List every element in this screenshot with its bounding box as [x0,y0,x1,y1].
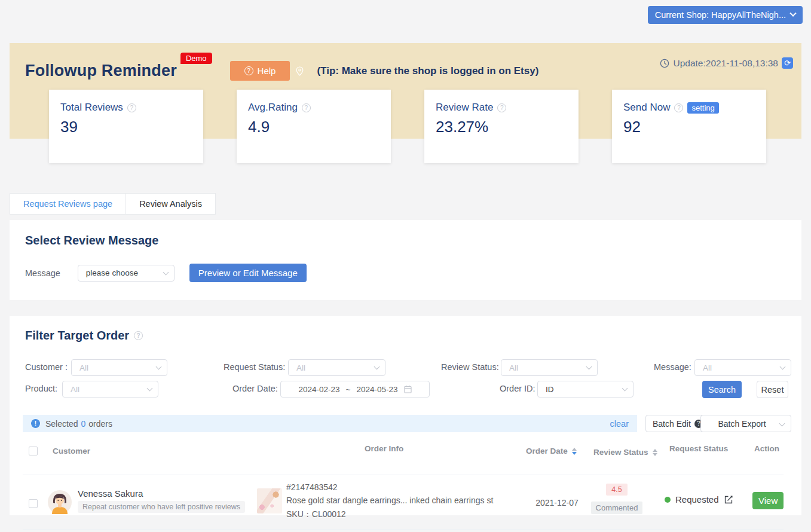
question-circle-icon[interactable]: ? [497,103,506,112]
info-icon: ! [31,419,40,428]
sort-icon[interactable] [572,448,577,455]
row-divider [23,530,784,530]
stat-value: 39 [60,118,203,136]
tab-request-reviews-page[interactable]: Request Reviews page [10,193,126,215]
update-timestamp: Update:2021-11-08,13:38 [673,58,778,69]
selected-text: Selected [45,419,78,429]
section-title: Filter Target Order [25,329,129,343]
current-shop-label: Current Shop: HappyAllTheNigh... [655,10,786,20]
chevron-down-icon [789,10,796,17]
order-date-cell: 2021-12-07 [522,498,592,507]
rating-cell: 4.5 [582,484,651,496]
stat-label: Review Rate [436,102,493,114]
question-circle-icon[interactable]: ? [127,103,136,112]
select-review-message-panel: Select Review Message Message please cho… [10,220,801,300]
selection-bar: ! Selected 0 orders clear [23,415,637,432]
review-status-badge: Commented [591,502,643,514]
tip-text: (Tip: Make sure the shop is logged in on… [317,65,538,77]
request-status-dropdown-value: All [296,363,305,372]
selected-count: 0 [81,419,85,429]
customer-dropdown-value: All [79,363,88,372]
column-header-order-info: Order Info [365,444,403,453]
refresh-icon[interactable]: ⟳ [782,57,793,69]
view-button[interactable]: View [752,492,784,509]
chevron-down-icon [147,386,153,392]
tab-bar: Request Reviews page Review Analysis [10,193,811,215]
setting-badge[interactable]: setting [687,102,718,114]
search-button[interactable]: Search [702,381,742,398]
request-status-label: Request Status: [224,362,285,372]
question-circle-icon[interactable]: ? [674,103,683,112]
stat-value: 23.27% [436,118,579,136]
sku-line: SKU：CL00012 [286,509,493,520]
stat-card-avg-rating: Avg.Rating ? 4.9 [237,90,391,163]
location-pin-icon [296,66,304,76]
product-label: Product: [25,384,57,393]
current-shop-button[interactable]: Current Shop: HappyAllTheNigh... [648,6,803,24]
filter-target-order-panel: Filter Target Order ? Customer : All Req… [10,316,801,515]
update-info: Update:2021-11-08,13:38 ⟳ [660,57,793,69]
review-status-dropdown-value: All [509,363,518,372]
question-circle-icon[interactable]: ? [134,331,143,340]
request-status-dropdown[interactable]: All [288,359,385,376]
date-from-value: 2024-02-23 [298,385,339,394]
customer-dropdown[interactable]: All [71,359,167,376]
message-dropdown[interactable]: please choose [78,265,175,282]
batch-export-label: Batch Export [718,419,766,429]
question-circle-icon[interactable]: ? [302,103,311,112]
order-info-cell: #2147483542 Rose gold star dangle earrin… [286,482,493,520]
order-date-range-picker[interactable]: 2024-02-23 ~ 2024-05-23 [280,381,430,398]
section-title: Select Review Message [25,234,801,247]
row-checkbox[interactable] [29,499,38,508]
stat-cards: Total Reviews ? 39 Avg.Rating ? 4.9 Revi… [49,90,766,163]
topbar: Current Shop: HappyAllTheNigh... [0,0,811,31]
product-dropdown-value: All [71,385,79,394]
product-dropdown[interactable]: All [62,381,158,398]
column-header-customer: Customer [53,447,90,455]
help-button-label: Help [258,66,276,76]
chevron-down-icon [374,364,380,370]
section-title-row: Filter Target Order ? [25,329,143,343]
order-id-dropdown[interactable]: ID [537,381,634,398]
stat-card-total-reviews: Total Reviews ? 39 [49,90,203,163]
preview-or-edit-message-button[interactable]: Preview or Edit Message [189,264,307,282]
column-header-review-status[interactable]: Review Status [593,448,657,457]
request-status-text: Requested [675,494,719,505]
page: Current Shop: HappyAllTheNigh... Followu… [0,0,811,532]
column-header-request-status: Request Status [669,444,728,453]
message-label: Message [25,268,60,278]
customer-name: Venessa Sakura [78,488,245,499]
stat-label: Avg.Rating [248,102,298,114]
stat-card-review-rate: Review Rate ? 23.27% [424,90,579,163]
chevron-down-icon [163,269,169,275]
column-header-order-date[interactable]: Order Date [526,447,577,455]
reset-button[interactable]: Reset [757,381,788,398]
stat-label: Send Now [623,102,670,114]
sku-value: CL00012 [312,509,346,519]
chevron-down-icon [156,364,162,370]
stat-label: Total Reviews [60,102,123,114]
date-range-separator: ~ [346,385,351,394]
help-button[interactable]: ? Help [230,61,290,81]
order-id: #2147483542 [286,482,493,492]
rating-badge: 4.5 [606,484,627,496]
edit-icon[interactable] [724,495,733,505]
tab-review-analysis[interactable]: Review Analysis [126,193,216,215]
demo-badge: Demo [180,53,212,64]
clear-link[interactable]: clear [610,419,629,429]
request-status-cell: Requested [665,494,733,505]
stat-value: 92 [623,118,766,136]
date-to-value: 2024-05-23 [356,385,397,394]
select-all-checkbox[interactable] [29,447,38,455]
sort-icon[interactable] [653,449,657,456]
table-row: Venessa Sakura Repeat customer who have … [10,475,801,530]
order-id-dropdown-value: ID [546,385,554,394]
product-thumbnail [257,488,282,513]
batch-export-dropdown[interactable]: Batch Export [700,415,791,432]
clock-icon [660,59,669,68]
message-filter-dropdown-value: All [703,363,712,372]
message-filter-dropdown[interactable]: All [694,359,791,376]
review-status-dropdown[interactable]: All [501,359,598,376]
customer-cell: Venessa Sakura Repeat customer who have … [78,488,245,513]
message-filter-label: Message: [654,362,691,372]
